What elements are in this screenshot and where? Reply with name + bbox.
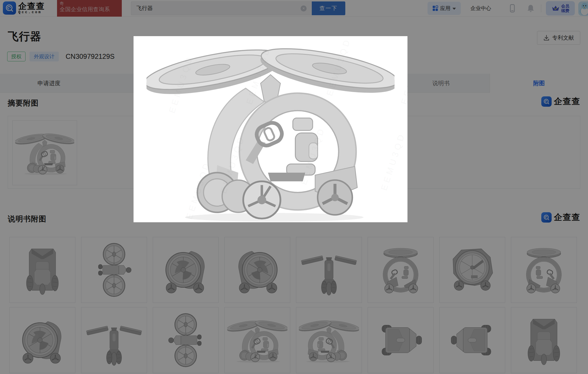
qcc-patent-page: 企查查 Qcc.com 奇 全国企业信用查询系 × 查一下 应用 企业中心 bbox=[0, 0, 588, 374]
lightbox-vehicle-render bbox=[134, 36, 407, 222]
figure-lightbox[interactable]: EEMU3QD EEMU3QD EEMU3QD EEMU3QD EEMU3QD … bbox=[134, 36, 407, 222]
